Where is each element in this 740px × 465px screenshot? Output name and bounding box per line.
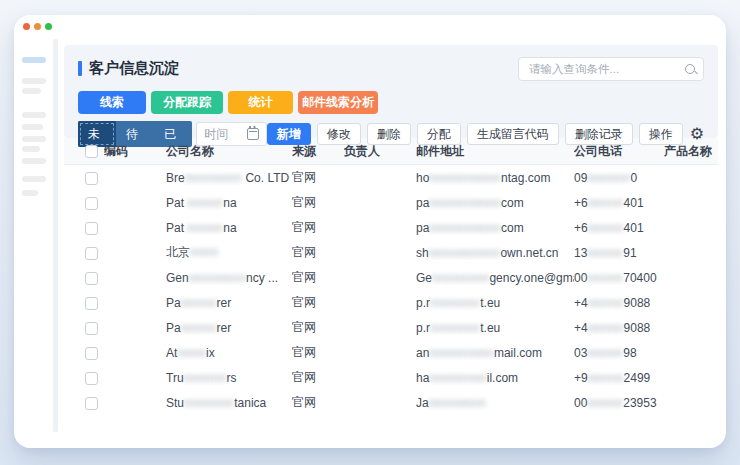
table-row[interactable]: Pannnnnrer官网p.rnnnnnnnt.eu+4nnnnn9088: [64, 290, 718, 315]
row-checkbox[interactable]: [85, 272, 98, 285]
maximize-window-dot-icon[interactable]: [45, 23, 52, 30]
cell-email: annnnnnnnnnmail.com: [416, 346, 574, 360]
text-visible: 13: [574, 246, 587, 260]
text-visible: com: [501, 221, 524, 235]
text-redacted: nnnnnn: [184, 371, 227, 385]
cell-source: 官网: [292, 194, 344, 211]
table-row[interactable]: 北京nnnn官网shnnnnnnnnnnown.net.cn13nnnnn91: [64, 240, 718, 265]
text-visible: Pa: [166, 296, 181, 310]
text-visible: p.r: [416, 321, 430, 335]
row-checkbox[interactable]: [85, 172, 98, 185]
cell-phone: 13nnnnn91: [574, 246, 664, 260]
cell-source: 官网: [292, 344, 344, 361]
cell-email: pannnnnnnnnncom: [416, 221, 574, 235]
text-visible: 00: [574, 271, 587, 285]
main-content: 客户信息沉淀 线索 分配跟踪 统计 邮件线索分析 未分配 待处理 已处理: [64, 45, 718, 415]
table-row[interactable]: Pat nnnnnna官网pannnnnnnnnncom+6nnnnn401: [64, 190, 718, 215]
calendar-icon: [247, 128, 259, 140]
cell-source: 官网: [292, 319, 344, 336]
sidebar-skeleton-bar: [22, 146, 40, 152]
cell-phone: 00nnnnn70400: [574, 271, 664, 285]
table-row[interactable]: Stunnnnnnntanica官网Jannnnnnnn00nnnnn23953: [64, 390, 718, 415]
sidebar-skeleton-bar: [22, 176, 46, 182]
search-box: [518, 57, 704, 81]
col-header-owner: 负责人: [344, 143, 416, 160]
cell-source: 官网: [292, 169, 344, 186]
row-checkbox[interactable]: [85, 247, 98, 260]
text-visible: 03: [574, 346, 587, 360]
cell-source: 官网: [292, 269, 344, 286]
nav-button-statistics[interactable]: 统计: [228, 91, 293, 114]
text-visible: +6: [574, 196, 588, 210]
cell-company: Pat nnnnnna: [166, 196, 292, 210]
table-row[interactable]: Trunnnnnnrs官网hannnnnnnnil.com+9nnnnn2499: [64, 365, 718, 390]
text-redacted: nnnnn: [587, 271, 623, 285]
cell-phone: 00nnnnn23953: [574, 396, 664, 410]
data-table: 编码 公司名称 来源 负责人 邮件地址 公司电话 产品名称 Brennnnnnn…: [64, 138, 718, 415]
cell-email: pannnnnnnnnncom: [416, 196, 574, 210]
cell-phone: +9nnnnn2499: [574, 371, 664, 385]
minimize-window-dot-icon[interactable]: [34, 23, 41, 30]
sidebar-skeleton-bar: [22, 88, 41, 94]
text-visible: 00: [574, 396, 587, 410]
text-visible: 91: [623, 246, 636, 260]
sidebar-skeleton-bar: [22, 136, 46, 142]
cell-phone: +6nnnnn401: [574, 196, 664, 210]
row-checkbox[interactable]: [85, 197, 98, 210]
text-visible: ncy ...: [246, 271, 278, 285]
text-redacted: nnnnnnnnnn: [429, 246, 501, 260]
cell-email: hannnnnnnnil.com: [416, 371, 574, 385]
text-visible: an: [416, 346, 429, 360]
nav-button-email-lead-analysis[interactable]: 邮件线索分析: [298, 91, 378, 114]
text-visible: 2499: [624, 371, 651, 385]
text-visible: Pat: [166, 221, 187, 235]
cell-company: Trunnnnnnrs: [166, 371, 292, 385]
row-checkbox[interactable]: [85, 347, 98, 360]
row-checkbox[interactable]: [85, 372, 98, 385]
search-icon[interactable]: [685, 64, 695, 74]
row-checkbox[interactable]: [85, 322, 98, 335]
table-row[interactable]: Brennnnnnnn Co. LTD官网honnnnnnnnnnntag.co…: [64, 165, 718, 190]
sidebar-skeleton-bar: [22, 112, 46, 118]
cell-email: Jannnnnnnn: [416, 396, 574, 410]
sidebar-skeleton-bar: [22, 124, 43, 130]
row-checkbox[interactable]: [85, 222, 98, 235]
sidebar-skeleton-bar: [22, 158, 46, 164]
table-row[interactable]: Pat nnnnnna官网pannnnnnnnnncom+6nnnnn401: [64, 215, 718, 240]
select-all-checkbox[interactable]: [85, 145, 98, 158]
sidebar-skeleton-bar: [22, 190, 38, 196]
text-visible: 09: [574, 171, 587, 185]
text-visible: ntag.com: [501, 171, 550, 185]
text-redacted: nnnnnnnnnn: [429, 171, 501, 185]
text-visible: sh: [416, 246, 429, 260]
text-visible: Ja: [416, 396, 429, 410]
table-row[interactable]: Atnnnnix官网annnnnnnnnnmail.com03nnnnn98: [64, 340, 718, 365]
text-redacted: nnnnn: [187, 196, 223, 210]
text-visible: 98: [623, 346, 636, 360]
cell-source: 官网: [292, 219, 344, 236]
search-input[interactable]: [527, 62, 685, 76]
text-visible: 北京: [166, 245, 190, 259]
text-redacted: nnnnn: [187, 221, 223, 235]
text-redacted: nnnnnn: [587, 171, 630, 185]
text-visible: Ge: [416, 271, 432, 285]
nav-button-assign-track[interactable]: 分配跟踪: [151, 91, 223, 114]
text-redacted: nnnnnnnnnn: [429, 196, 501, 210]
close-window-dot-icon[interactable]: [23, 23, 30, 30]
text-visible: p.r: [416, 296, 430, 310]
nav-button-leads[interactable]: 线索: [78, 91, 146, 114]
table-row[interactable]: Gennnnnnnnnncy ...官网Gennnnnnnngency.one@…: [64, 265, 718, 290]
row-checkbox[interactable]: [85, 297, 98, 310]
text-redacted: nnnnn: [588, 221, 624, 235]
table-row[interactable]: Pannnnnrer官网p.rnnnnnnnt.eu+4nnnnn9088: [64, 315, 718, 340]
row-checkbox[interactable]: [85, 397, 98, 410]
text-redacted: nnnnn: [181, 321, 217, 335]
text-visible: tanica: [234, 396, 266, 410]
cell-company: Gennnnnnnnnncy ...: [166, 271, 292, 285]
text-visible: na: [223, 221, 236, 235]
text-visible: 401: [624, 196, 644, 210]
cell-company: Stunnnnnnntanica: [166, 396, 292, 410]
text-visible: At: [166, 346, 177, 360]
toolbar-panel: 客户信息沉淀 线索 分配跟踪 统计 邮件线索分析 未分配 待处理 已处理: [64, 45, 718, 138]
text-redacted: nnnnnnn: [430, 296, 480, 310]
